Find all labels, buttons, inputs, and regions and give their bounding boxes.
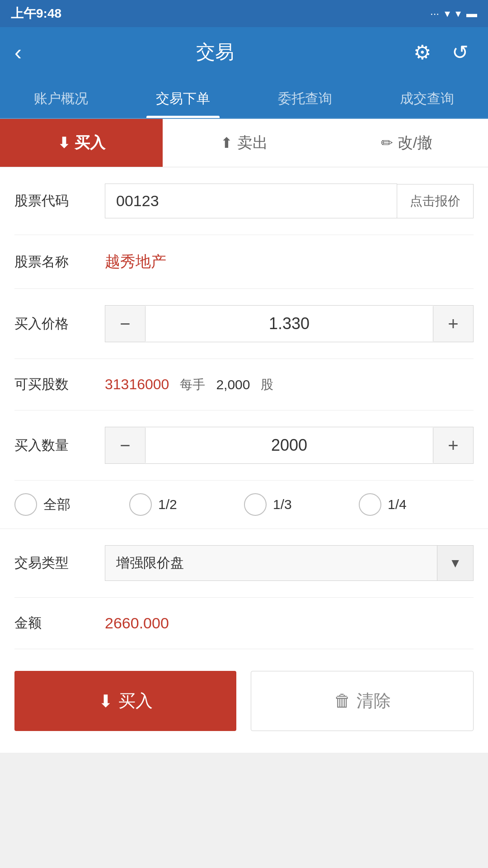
- fraction-quarter-label: 1/4: [388, 497, 407, 512]
- price-input[interactable]: [145, 306, 433, 341]
- trade-form: 股票代码 点击报价 股票名称 越秀地产 买入价格 − +: [0, 167, 488, 481]
- price-quote-button[interactable]: 点击报价: [397, 184, 474, 218]
- clear-button[interactable]: 🗑 清除: [251, 671, 474, 731]
- tab-trade[interactable]: 交易下单: [122, 77, 244, 118]
- form-section-2: 交易类型 增强限价盘 ▼ 金额 2660.000: [0, 529, 488, 649]
- tab-deal[interactable]: 成交查询: [366, 77, 488, 118]
- confirm-buy-icon: ⬇: [99, 691, 113, 711]
- price-stepper: − +: [105, 305, 474, 342]
- confirm-buy-label: 买入: [118, 689, 153, 712]
- modify-icon: ✏: [381, 134, 393, 151]
- available-label: 可买股数: [14, 375, 105, 394]
- each-hand-unit: 股: [261, 376, 273, 393]
- stock-name-label: 股票名称: [14, 253, 105, 271]
- stock-code-value-container: 点击报价: [105, 184, 474, 218]
- sell-icon: ⬆: [221, 134, 233, 151]
- wifi-icon: ▾: [445, 7, 450, 20]
- price-decrease-button[interactable]: −: [105, 306, 145, 342]
- battery-icon: ▬: [466, 7, 477, 20]
- buy-quantity-label: 买入数量: [14, 436, 105, 455]
- fraction-third: 1/3: [244, 493, 359, 516]
- stock-code-input[interactable]: [105, 184, 397, 218]
- buy-button[interactable]: ⬇ 买入: [0, 119, 163, 167]
- cellular-icon: ▾: [455, 7, 461, 20]
- radio-half[interactable]: [129, 493, 152, 516]
- tab-bar: 账户概况 交易下单 委托查询 成交查询: [0, 77, 488, 119]
- buy-price-value-container: − +: [105, 305, 474, 342]
- status-icons: ··· ▾ ▾ ▬: [430, 7, 477, 20]
- available-info: 31316000 每手 2,000 股: [105, 376, 474, 393]
- clear-icon: 🗑: [334, 691, 351, 711]
- sell-button[interactable]: ⬆ 卖出: [163, 119, 325, 167]
- fraction-all: 全部: [14, 493, 129, 516]
- content-area: ⬇ 买入 ⬆ 卖出 ✏ 改/撤 股票代码 点击报价 股票名称 越秀地产: [0, 119, 488, 753]
- each-hand-label: 每手: [180, 376, 205, 393]
- page-title: 交易: [22, 39, 408, 65]
- quantity-input[interactable]: [145, 428, 433, 463]
- buy-price-row: 买入价格 − +: [14, 289, 474, 359]
- modify-label: 改/撤: [398, 132, 432, 153]
- available-shares-row: 可买股数 31316000 每手 2,000 股: [14, 359, 474, 410]
- clear-label: 清除: [357, 689, 391, 712]
- amount-value: 2660.000: [105, 614, 169, 632]
- settings-icon[interactable]: ⚙: [408, 41, 436, 64]
- amount-row: 金额 2660.000: [14, 598, 474, 649]
- header-actions: ⚙ ↺: [408, 41, 474, 64]
- available-count-value: 31316000: [105, 376, 169, 393]
- trade-type-row: 交易类型 增强限价盘 ▼: [14, 529, 474, 598]
- radio-third[interactable]: [244, 493, 267, 516]
- fraction-third-label: 1/3: [273, 497, 292, 512]
- fraction-half: 1/2: [129, 493, 244, 516]
- refresh-icon[interactable]: ↺: [446, 41, 474, 64]
- radio-all[interactable]: [14, 493, 37, 516]
- fraction-quarter: 1/4: [359, 493, 474, 516]
- price-increase-button[interactable]: +: [433, 306, 473, 342]
- buy-price-label: 买入价格: [14, 315, 105, 333]
- amount-value-container: 2660.000: [105, 614, 474, 632]
- quantity-decrease-button[interactable]: −: [105, 427, 145, 463]
- buy-icon: ⬇: [58, 134, 70, 151]
- modify-button[interactable]: ✏ 改/撤: [325, 119, 488, 167]
- stock-name-row: 股票名称 越秀地产: [14, 235, 474, 289]
- bottom-buttons: ⬇ 买入 🗑 清除: [0, 649, 488, 753]
- back-button[interactable]: ‹: [14, 40, 22, 65]
- trade-type-dropdown-icon[interactable]: ▼: [437, 546, 473, 580]
- available-value-container: 31316000 每手 2,000 股: [105, 376, 474, 393]
- confirm-buy-button[interactable]: ⬇ 买入: [14, 671, 236, 731]
- amount-label: 金额: [14, 614, 105, 632]
- trade-type-label: 交易类型: [14, 554, 105, 572]
- tab-entrust[interactable]: 委托查询: [244, 77, 366, 118]
- header: ‹ 交易 ⚙ ↺: [0, 27, 488, 77]
- sell-label: 卖出: [237, 132, 268, 153]
- status-bar: 上午9:48 ··· ▾ ▾ ▬: [0, 0, 488, 27]
- fraction-selector: 全部 1/2 1/3 1/4: [0, 481, 488, 529]
- buy-quantity-row: 买入数量 − +: [14, 410, 474, 481]
- stock-code-label: 股票代码: [14, 192, 105, 210]
- stock-name-value-container: 越秀地产: [105, 251, 474, 272]
- trade-type-buttons: ⬇ 买入 ⬆ 卖出 ✏ 改/撤: [0, 119, 488, 167]
- radio-quarter[interactable]: [359, 493, 381, 516]
- trade-type-select[interactable]: 增强限价盘 ▼: [105, 545, 474, 581]
- buy-label: 买入: [75, 132, 105, 153]
- fraction-all-label: 全部: [43, 495, 70, 514]
- signal-dots-icon: ···: [430, 7, 439, 20]
- quantity-stepper: − +: [105, 427, 474, 464]
- stock-code-row: 股票代码 点击报价: [14, 167, 474, 235]
- fraction-half-label: 1/2: [158, 497, 177, 512]
- stock-name-value: 越秀地产: [105, 251, 166, 272]
- buy-quantity-value-container: − +: [105, 427, 474, 464]
- status-time: 上午9:48: [11, 5, 61, 22]
- tab-account[interactable]: 账户概况: [0, 77, 122, 118]
- trade-type-selected: 增强限价盘: [105, 546, 437, 580]
- each-hand-count: 2,000: [216, 377, 250, 392]
- trade-type-value-container: 增强限价盘 ▼: [105, 545, 474, 581]
- quantity-increase-button[interactable]: +: [433, 427, 473, 463]
